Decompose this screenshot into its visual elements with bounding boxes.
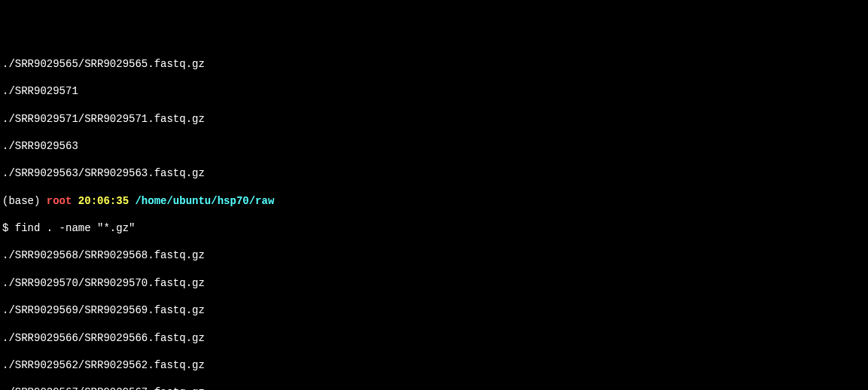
output-line: ./SRR9029571 [2,84,866,98]
output-line: ./SRR9029568/SRR9029568.fastq.gz [2,248,866,262]
terminal-output[interactable]: ./SRR9029565/SRR9029565.fastq.gz ./SRR90… [2,44,866,390]
prompt-symbol: $ [2,222,15,234]
output-line: ./SRR9029565/SRR9029565.fastq.gz [2,57,866,71]
output-line: ./SRR9029563/SRR9029563.fastq.gz [2,166,866,180]
output-line: ./SRR9029562/SRR9029562.fastq.gz [2,358,866,372]
prompt-path: /home/ubuntu/hsp70/raw [135,195,274,207]
command-text: find . -name "*.gz" [15,222,136,234]
prompt-user: root [47,195,78,207]
command-line: $ find . -name "*.gz" [2,221,866,235]
prompt-time: 20:06:35 [78,195,136,207]
output-line: ./SRR9029563 [2,139,866,153]
output-line: ./SRR9029569/SRR9029569.fastq.gz [2,303,866,317]
prompt-base: (base) [2,195,47,207]
prompt-line: (base) root 20:06:35 /home/ubuntu/hsp70/… [2,194,866,208]
output-line: ./SRR9029566/SRR9029566.fastq.gz [2,331,866,345]
output-line: ./SRR9029567/SRR9029567.fastq.gz [2,385,866,390]
output-line: ./SRR9029570/SRR9029570.fastq.gz [2,276,866,290]
output-line: ./SRR9029571/SRR9029571.fastq.gz [2,112,866,126]
